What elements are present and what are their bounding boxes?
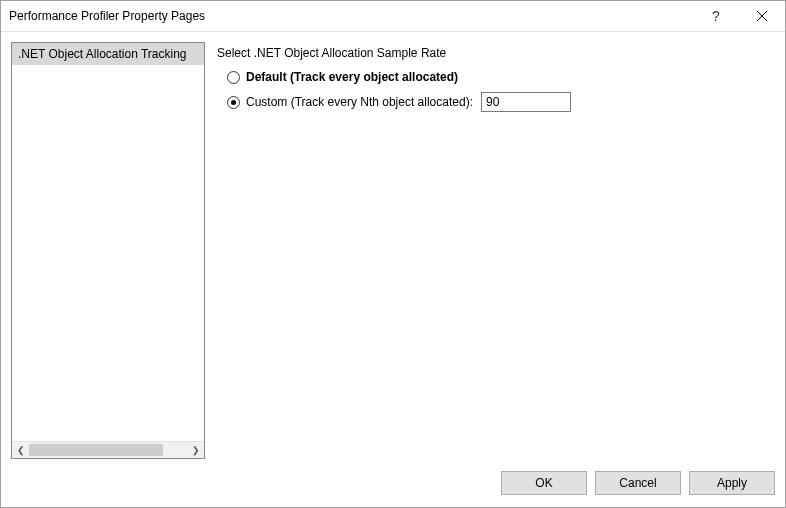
scroll-thumb[interactable] [29, 444, 163, 456]
ok-button[interactable]: OK [501, 471, 587, 495]
custom-value-input[interactable] [481, 92, 571, 112]
radio-default[interactable] [227, 71, 240, 84]
close-icon [757, 11, 767, 21]
property-pages-window: Performance Profiler Property Pages ? .N… [0, 0, 786, 508]
apply-button[interactable]: Apply [689, 471, 775, 495]
scroll-right-button[interactable]: ❯ [187, 442, 204, 458]
chevron-right-icon: ❯ [192, 445, 200, 455]
dialog-footer: OK Cancel Apply [1, 459, 785, 507]
chevron-left-icon: ❮ [17, 445, 25, 455]
cancel-button[interactable]: Cancel [595, 471, 681, 495]
category-list: .NET Object Allocation Tracking [12, 43, 204, 441]
sidebar-item-label: .NET Object Allocation Tracking [18, 47, 187, 61]
scroll-left-button[interactable]: ❮ [12, 442, 29, 458]
sidebar-item-allocation-tracking[interactable]: .NET Object Allocation Tracking [12, 43, 204, 65]
radio-default-label[interactable]: Default (Track every object allocated) [246, 70, 458, 84]
ok-button-label: OK [535, 476, 552, 490]
apply-button-label: Apply [717, 476, 747, 490]
cancel-button-label: Cancel [619, 476, 656, 490]
scroll-track[interactable] [29, 442, 187, 458]
content-panel: Select .NET Object Allocation Sample Rat… [211, 42, 775, 459]
dialog-body: .NET Object Allocation Tracking ❮ ❯ Sele… [1, 32, 785, 459]
section-label: Select .NET Object Allocation Sample Rat… [217, 46, 769, 60]
help-icon: ? [712, 8, 720, 24]
option-custom-row: Custom (Track every Nth object allocated… [227, 92, 769, 112]
help-button[interactable]: ? [693, 1, 739, 31]
category-sidebar: .NET Object Allocation Tracking ❮ ❯ [11, 42, 205, 459]
window-title: Performance Profiler Property Pages [9, 9, 693, 23]
option-default-row: Default (Track every object allocated) [227, 70, 769, 84]
radio-custom[interactable] [227, 96, 240, 109]
close-button[interactable] [739, 1, 785, 31]
radio-custom-label[interactable]: Custom (Track every Nth object allocated… [246, 95, 473, 109]
titlebar: Performance Profiler Property Pages ? [1, 1, 785, 32]
horizontal-scrollbar[interactable]: ❮ ❯ [12, 441, 204, 458]
